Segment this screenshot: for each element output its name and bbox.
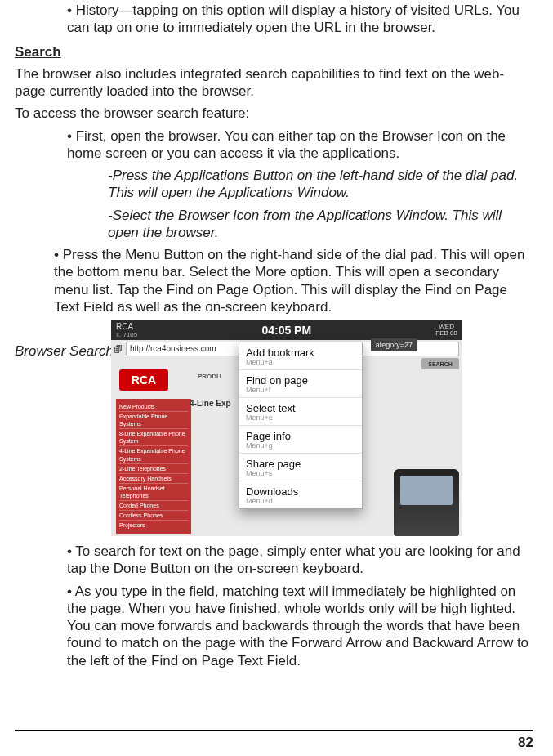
webpage-main-heading: 4-Line Exp [190,399,231,408]
highlight-bullet: • As you type in the field, matching tex… [67,583,533,669]
menu-item-label: Page info [246,430,355,442]
search-intro: The browser also includes integrated sea… [15,65,533,101]
menu-item-shortcut: Menu+g [246,441,355,452]
access-line: To access the browser search feature: [15,105,533,122]
sidebar-item[interactable]: Cordless Phones [119,511,188,521]
sub-step-applications-button: -Press the Applications Button on the le… [108,167,533,202]
sidebar-item[interactable]: 4-Line Expandable Phone Systems [119,446,188,463]
search-for-text-bullet: • To search for text on the page, simply… [67,543,533,578]
menu-item-downloads[interactable]: Downloads Menu+d [239,481,362,508]
menu-item-add-bookmark[interactable]: Add bookmark Menu+a [239,342,362,370]
more-menu-popup: Add bookmark Menu+a Find on page Menu+f … [239,342,363,509]
menu-item-label: Add bookmark [246,347,355,359]
menu-item-label: Share page [246,458,355,470]
menu-item-shortcut: Menu+d [246,497,355,508]
sidebar-item[interactable]: 8-Line Expandable Phone System [119,429,188,446]
status-bar: RCA x. 7105 04:05 PM WED FEB 08 [111,320,462,340]
page-number: 82 [518,735,533,751]
menu-button-bullet: • Press the Menu Button on the right-han… [54,246,533,315]
menu-item-label: Select text [246,402,355,414]
search-heading: Search [15,43,533,60]
clock-date: FEB 08 [435,330,457,337]
menu-item-shortcut: Menu+e [246,414,355,424]
sidebar-item[interactable]: Corded Phones [119,501,188,511]
model-label: x. 7105 [116,331,137,338]
browser-search-options-figure: RCA x. 7105 04:05 PM WED FEB 08 🗐 http:/… [111,320,462,536]
clock-time: 04:05 PM [142,324,430,337]
page-icon: 🗐 [114,345,123,354]
menu-item-label: Downloads [246,485,355,498]
sidebar-item[interactable]: New Products [119,402,188,412]
sidebar-item[interactable]: 2-Line Telephones [119,464,188,474]
sidebar-item[interactable]: Projectors [119,521,188,530]
webpage-sidebar: New Products Expandable Phone Systems 8-… [116,399,191,534]
history-bullet: • History—tapping on this option will di… [67,2,533,37]
sidebar-item[interactable]: Expandable Phone Systems [119,412,188,429]
search-button[interactable]: SEARCH [421,358,459,369]
sub-step-browser-icon: -Select the Browser Icon from the Applic… [108,207,533,242]
menu-item-select-text[interactable]: Select text Menu+e [239,398,362,426]
url-category-pill: ategory=27 [371,338,417,351]
menu-item-label: Find on page [246,374,355,387]
sidebar-item[interactable]: Personal Headset Telephones [119,484,188,501]
sidebar-item[interactable]: Accessory Handsets [119,474,188,484]
menu-item-shortcut: Menu+s [246,469,355,480]
menu-item-shortcut: Menu+f [246,386,355,396]
menu-item-page-info[interactable]: Page info Menu+g [239,426,362,454]
menu-item-share-page[interactable]: Share page Menu+s [239,454,362,481]
first-open-bullet: • First, open the browser. You can eithe… [67,127,533,163]
rca-logo: RCA [119,369,168,391]
nav-products[interactable]: PRODU [198,373,221,391]
menu-item-find-on-page[interactable]: Find on page Menu+f [239,370,362,398]
carrier-label: RCA [116,322,137,331]
menu-item-shortcut: Menu+a [246,358,355,369]
footer-rule [15,730,533,731]
product-image [394,469,459,536]
